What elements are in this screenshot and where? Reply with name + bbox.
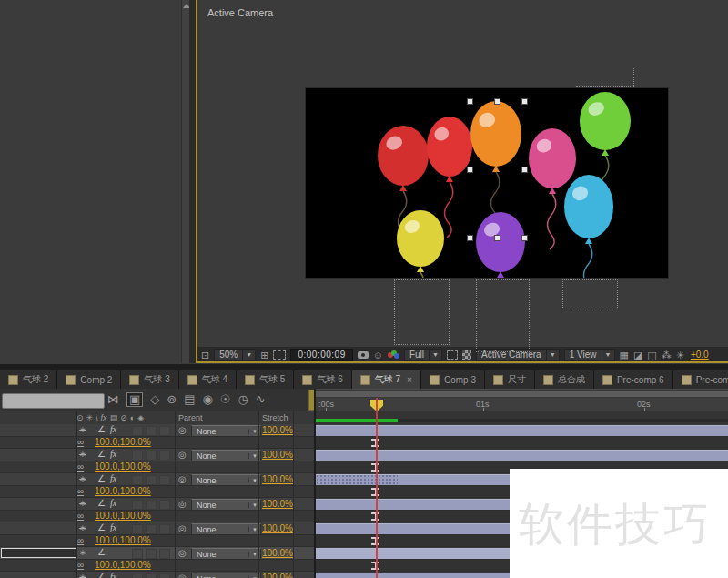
magnification-dropdown[interactable]: 50% ▼ <box>214 349 256 361</box>
scale-value[interactable]: 100.0,100.0% <box>95 486 151 496</box>
scale-value[interactable]: 100.0,100.0% <box>95 511 151 521</box>
playhead-line[interactable] <box>376 398 378 578</box>
layer-switch-box[interactable] <box>132 500 143 510</box>
mask-visibility-icon[interactable] <box>273 350 286 360</box>
layer-row-left[interactable]: ∗∠fx◎None▼100.0% <box>0 473 314 486</box>
selection-handle[interactable] <box>521 167 528 173</box>
viewer-timecode[interactable]: 0:00:00:09 <box>290 349 352 361</box>
tab-3[interactable]: 气球 3 <box>121 370 178 389</box>
effects-toggle-icon[interactable]: fx <box>110 572 116 578</box>
constrain-proportions-icon[interactable]: ∞ <box>77 535 84 545</box>
effects-toggle-icon[interactable]: fx <box>110 424 116 434</box>
quality-header-icon[interactable]: \ <box>96 413 98 422</box>
layer-switch-box[interactable] <box>146 500 157 510</box>
scale-value[interactable]: 100.0,100.0% <box>95 560 151 570</box>
parent-dropdown[interactable]: None▼ <box>191 573 261 578</box>
shy-header-icon[interactable]: ⊙ <box>76 413 84 422</box>
scale-row-left[interactable]: ∞100.0,100.0% <box>0 437 314 449</box>
work-area-bar[interactable] <box>316 390 728 398</box>
layer-switch-box[interactable] <box>132 475 143 485</box>
layer-switch-box[interactable] <box>132 573 143 578</box>
scale-value[interactable]: 100.0,100.0% <box>95 535 151 545</box>
constrain-proportions-icon[interactable]: ∞ <box>77 486 84 496</box>
effects-toggle-icon[interactable]: fx <box>110 473 116 483</box>
auto-keyframe-icon[interactable]: ◷ <box>238 393 248 406</box>
parent-dropdown[interactable]: None▼ <box>191 450 261 461</box>
selection-handle[interactable] <box>467 98 473 105</box>
layer-switch-box[interactable] <box>159 426 170 436</box>
selection-handle[interactable] <box>494 98 500 105</box>
constrain-proportions-icon[interactable]: ∞ <box>77 461 84 472</box>
parent-pickwhip-icon[interactable]: ◎ <box>178 573 187 578</box>
quality-toggle-icon[interactable]: ∠ <box>97 473 106 483</box>
parent-pickwhip-icon[interactable]: ◎ <box>178 450 187 460</box>
exposure-value[interactable]: +0.0 <box>691 350 709 360</box>
parent-pickwhip-icon[interactable]: ◎ <box>178 523 187 533</box>
shy-toggle-icon[interactable]: ∗ <box>76 523 89 532</box>
quality-toggle-icon[interactable]: ∠ <box>97 522 106 532</box>
hide-shy-icon[interactable]: ⊚ <box>167 393 177 406</box>
grid-guides-icon[interactable]: ⊞ <box>260 350 268 360</box>
layer-switch-box[interactable] <box>146 426 157 436</box>
comp-flowchart-button-icon[interactable]: ◪ <box>633 350 642 360</box>
parent-pickwhip-icon[interactable]: ◎ <box>178 548 187 558</box>
layer-switch-box[interactable] <box>132 426 143 436</box>
scale-row-left[interactable]: ∞100.0,100.0% <box>0 535 314 547</box>
resolution-dropdown[interactable]: Full ▼ <box>404 349 442 361</box>
layer-row-left[interactable]: ∗∠fx◎None▼100.0% <box>0 522 314 535</box>
shy-toggle-icon[interactable]: ∗ <box>76 499 89 508</box>
brainstorm-icon[interactable]: ☉ <box>220 393 231 406</box>
scale-value[interactable]: 100.0,100.0% <box>95 461 151 472</box>
tab-5[interactable]: 气球 5 <box>237 370 294 389</box>
layer-switch-box[interactable] <box>146 573 157 578</box>
tab-6[interactable]: 气球 6 <box>294 370 351 389</box>
layer-row-2[interactable]: ∗∠fx◎None▼100.0% <box>0 449 728 461</box>
parent-dropdown[interactable]: None▼ <box>191 499 261 511</box>
snapshot-camera-icon[interactable] <box>358 351 369 359</box>
tab-11[interactable]: Pre-comp 6 <box>594 370 673 389</box>
selection-handle[interactable] <box>467 235 473 241</box>
scale-row-left[interactable]: ∞100.0,100.0% <box>0 511 314 522</box>
parent-dropdown[interactable]: None▼ <box>191 474 261 486</box>
selection-handle[interactable] <box>494 235 500 241</box>
quality-toggle-icon[interactable]: ∠ <box>97 424 106 434</box>
stretch-value[interactable]: 100.0% <box>262 425 293 435</box>
pixel-aspect-icon[interactable]: ◫ <box>647 350 656 360</box>
chevron-down-icon[interactable]: ▼ <box>602 349 615 361</box>
layer-switch-box[interactable] <box>146 451 157 461</box>
panel-mini-icon[interactable]: ⊡ <box>201 350 209 360</box>
scale-row-left[interactable]: ∞100.0,100.0% <box>0 560 314 572</box>
live-update-icon[interactable]: ▣ <box>126 392 143 407</box>
quality-toggle-icon[interactable]: ∠ <box>97 547 106 557</box>
show-snapshot-icon[interactable]: ☺ <box>373 350 383 360</box>
frame-blend-header-icon[interactable]: ▤ <box>110 413 118 422</box>
shy-toggle-icon[interactable]: ∗ <box>76 450 89 459</box>
parent-pickwhip-icon[interactable]: ◎ <box>178 499 187 509</box>
stretch-value[interactable]: 100.0% <box>262 474 293 484</box>
stretch-column-header[interactable]: Stretch <box>262 413 288 422</box>
view-layout-dropdown[interactable]: 1 View ▼ <box>564 349 615 361</box>
layer-switch-box[interactable] <box>132 524 143 534</box>
chevron-down-icon[interactable]: ▼ <box>547 349 560 361</box>
region-of-interest-icon[interactable] <box>447 350 458 360</box>
shy-toggle-icon[interactable]: ∗ <box>76 425 89 434</box>
tab-1[interactable]: 气球 2 <box>0 370 57 389</box>
work-area-strip[interactable] <box>316 389 728 398</box>
layer-switch-box[interactable] <box>146 475 157 485</box>
shy-toggle-icon[interactable]: ∗ <box>76 548 89 557</box>
tab-12[interactable]: Pre-comp 7 <box>673 370 728 389</box>
parent-column-header[interactable]: Parent <box>178 413 203 422</box>
layer-switch-box[interactable] <box>132 451 143 461</box>
layer-switch-box[interactable] <box>146 549 157 559</box>
panel-divider[interactable] <box>189 0 196 363</box>
layer-switch-box[interactable] <box>159 475 170 485</box>
effects-header-icon[interactable]: fx <box>101 413 107 422</box>
parent-pickwhip-icon[interactable]: ◎ <box>178 425 187 435</box>
stretch-value[interactable]: 100.0% <box>262 450 293 460</box>
tab-10[interactable]: 总合成 <box>535 370 594 389</box>
layer-row-left[interactable]: ∗∠fx◎None▼100.0% <box>0 424 314 437</box>
stretch-value[interactable]: 100.0% <box>262 499 293 509</box>
layer-row-left[interactable]: ∗∠fx◎None▼100.0% <box>0 572 314 578</box>
comp-mini-flowchart-icon[interactable]: ⋈ <box>107 393 119 406</box>
shy-toggle-icon[interactable]: ∗ <box>76 573 89 578</box>
